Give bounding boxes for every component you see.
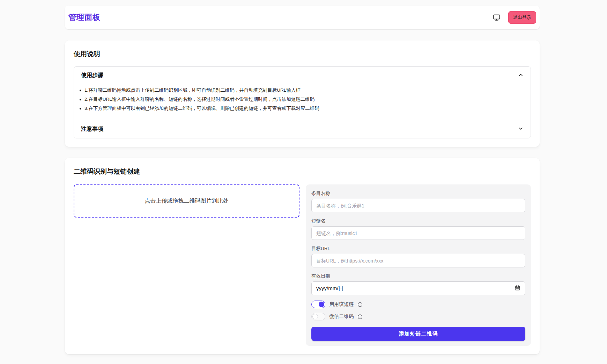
slug-label: 短链名	[311, 218, 525, 224]
shortlink-form: 条目名称 短链名 目标URL 有效日期 yyyy/mm/日	[306, 184, 531, 346]
display-monitor-icon[interactable]	[493, 14, 501, 21]
steps-list: 1.将群聊二维码拖动或点击上传到二维码识别区域，即可自动识别二维码，并自动填充到…	[74, 84, 531, 120]
enable-shortlink-toggle[interactable]	[311, 301, 325, 308]
toggle-knob	[312, 314, 318, 319]
notes-accordion-label: 注意事项	[81, 126, 103, 133]
app-title: 管理面板	[68, 12, 101, 23]
instructions-title: 使用说明	[74, 50, 531, 59]
expiry-date-label: 有效日期	[311, 273, 525, 279]
target-url-label: 目标URL	[311, 245, 525, 252]
header-bar: 管理面板 退出登录	[65, 6, 540, 29]
steps-accordion-label: 使用步骤	[81, 72, 103, 79]
notes-accordion-header[interactable]: 注意事项	[74, 120, 531, 138]
target-url-input[interactable]	[311, 254, 525, 267]
target-url-field-group: 目标URL	[311, 245, 525, 267]
wechat-qr-toggle[interactable]	[311, 313, 325, 320]
header-actions: 退出登录	[493, 11, 536, 24]
slug-field-group: 短链名	[311, 218, 525, 240]
instructions-accordion: 使用步骤 1.将群聊二维码拖动或点击上传到二维码识别区域，即可自动识别二维码，并…	[74, 66, 531, 138]
wechat-qr-label: 微信二维码	[329, 313, 354, 320]
expiry-date-input[interactable]: yyyy/mm/日	[311, 281, 525, 295]
calendar-icon[interactable]	[515, 285, 520, 292]
qr-upload-dropzone[interactable]: 点击上传或拖拽二维码图片到此处	[74, 184, 299, 218]
instructions-card: 使用说明 使用步骤 1.将群聊二维码拖动或点击上传到二维码识别区域，即可自动识别…	[65, 40, 540, 147]
chevron-down-icon	[518, 126, 524, 132]
expiry-date-field-group: 有效日期 yyyy/mm/日	[311, 273, 525, 295]
entry-name-field-group: 条目名称	[311, 190, 525, 212]
creator-title: 二维码识别与短链创建	[74, 167, 531, 176]
info-icon[interactable]	[357, 302, 363, 307]
expiry-date-value: yyyy/mm/日	[316, 285, 343, 292]
info-icon[interactable]	[357, 314, 363, 319]
enable-shortlink-label: 启用该短链	[329, 301, 354, 308]
upload-hint-text: 点击上传或拖拽二维码图片到此处	[145, 197, 229, 205]
add-shortlink-button[interactable]: 添加短链二维码	[311, 327, 525, 341]
creator-card: 二维码识别与短链创建 点击上传或拖拽二维码图片到此处 条目名称 短链名 目标UR…	[65, 158, 540, 354]
enable-shortlink-toggle-row: 启用该短链	[311, 301, 525, 308]
entry-name-label: 条目名称	[311, 190, 525, 197]
toggle-knob	[319, 302, 324, 307]
step-item: 2.在目标URL输入框中输入群聊的名称、短链的名称，选择过期时间或者不设置过期时…	[79, 96, 524, 103]
page-container: 管理面板 退出登录 使用说明 使用步骤	[65, 6, 540, 354]
step-item: 1.将群聊二维码拖动或点击上传到二维码识别区域，即可自动识别二维码，并自动填充到…	[79, 86, 524, 94]
steps-accordion-header[interactable]: 使用步骤	[74, 67, 531, 84]
logout-button[interactable]: 退出登录	[508, 11, 536, 24]
wechat-qr-toggle-row: 微信二维码	[311, 313, 525, 320]
step-item: 3.在下方管理面板中可以看到已经添加的短链二维码，可以编辑、删除已创建的短链，并…	[79, 105, 524, 112]
slug-input[interactable]	[311, 226, 525, 240]
chevron-up-icon	[518, 72, 524, 79]
entry-name-input[interactable]	[311, 199, 525, 212]
creator-body: 点击上传或拖拽二维码图片到此处 条目名称 短链名 目标URL 有效日期	[74, 184, 531, 346]
